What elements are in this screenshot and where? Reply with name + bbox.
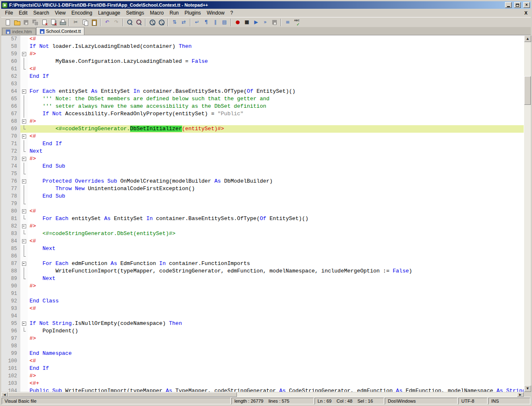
code-line-90[interactable]: 90#> (1, 282, 524, 290)
code-line-73[interactable]: 73#> (1, 155, 524, 163)
code-line-59[interactable]: 59#> (1, 50, 524, 58)
horizontal-scrollbar[interactable]: ◀ ▶ (1, 392, 531, 397)
macro-stop-button[interactable]: ■ (242, 18, 251, 27)
macro-record-button[interactable]: ● (233, 18, 242, 27)
fold-collapse-marker[interactable] (20, 208, 28, 215)
code-line-86[interactable]: 86 (1, 253, 524, 260)
code-line-57[interactable]: 57<# (1, 35, 524, 43)
restore-button[interactable] (514, 2, 521, 8)
doc-map-button[interactable]: ▤ (220, 18, 229, 27)
menu-item-language[interactable]: Language (95, 9, 123, 17)
menu-item-macro[interactable]: Macro (147, 9, 167, 17)
find-button[interactable] (125, 18, 134, 27)
code-line-87[interactable]: 87 For Each edmFunction As EdmFunction I… (1, 260, 524, 267)
show-all-characters-button[interactable]: ¶ (202, 18, 211, 27)
code-line-104[interactable]: 104Public Sub WriteFunctionImport(typeMa… (1, 387, 524, 392)
code-line-92[interactable]: 92End Class (1, 297, 524, 305)
menu-item-help[interactable]: ? (227, 9, 236, 17)
code-line-89[interactable]: 89 Next (1, 275, 524, 282)
code-line-103[interactable]: 103<#+ (1, 380, 524, 387)
fold-collapse-marker[interactable] (20, 155, 28, 163)
horizontal-scroll-thumb[interactable] (8, 392, 237, 397)
fold-collapse-marker[interactable] (20, 118, 28, 125)
sync-vertical-scrolling-button[interactable]: ⇅ (170, 18, 179, 27)
code-line-65[interactable]: 65 ''' Note: the DbSet members are defin… (1, 95, 524, 103)
menu-item-view[interactable]: View (52, 9, 69, 17)
code-line-75[interactable]: 75 (1, 170, 524, 178)
vertical-scroll-thumb[interactable] (524, 76, 531, 105)
code-line-102[interactable]: 102#> (1, 372, 524, 380)
fold-collapse-marker[interactable] (20, 223, 28, 230)
fold-collapse-marker[interactable] (20, 88, 28, 95)
show-indent-guide-button[interactable]: ∥ (211, 18, 220, 27)
code-line-69[interactable]: 69 <#=codeStringGenerator.DbSetInitializ… (1, 125, 524, 133)
code-line-100[interactable]: 100<# (1, 357, 524, 365)
close-button[interactable]: × (523, 2, 530, 8)
function-list-button[interactable]: ≡ (283, 18, 292, 27)
scroll-left-arrow[interactable]: ◀ (1, 392, 8, 397)
sync-horizontal-scrolling-button[interactable]: ⇄ (179, 18, 188, 27)
menu-item-run[interactable]: Run (167, 9, 182, 17)
menu-item-window[interactable]: Window (204, 9, 227, 17)
open-file-button[interactable] (12, 18, 21, 27)
vertical-scrollbar[interactable]: ▲ ▼ (524, 35, 531, 392)
new-file-button[interactable] (3, 18, 12, 27)
code-line-94[interactable]: 94 (1, 312, 524, 320)
menu-item-search[interactable]: Search (30, 9, 52, 17)
spell-check-button[interactable] (292, 18, 301, 27)
code-line-81[interactable]: 81 For Each entitySet As EntitySet In co… (1, 215, 524, 223)
code-line-101[interactable]: 101End If (1, 365, 524, 372)
code-line-79[interactable]: 79 (1, 200, 524, 208)
fold-collapse-marker[interactable] (20, 320, 28, 327)
word-wrap-button[interactable]: ↵ (192, 18, 202, 27)
scroll-down-arrow[interactable]: ▼ (524, 385, 531, 392)
code-line-88[interactable]: 88 WriteFunctionImport(typeMapper, codeS… (1, 267, 524, 275)
tab-school-context-tt[interactable]: School.Context.tt (36, 27, 85, 35)
scroll-up-arrow[interactable]: ▲ (524, 35, 531, 42)
menu-item-settings[interactable]: Settings (123, 9, 147, 17)
menu-close-button[interactable]: X (521, 10, 531, 15)
code-line-70[interactable]: 70<# (1, 133, 524, 140)
code-line-60[interactable]: 60 MyBase.Configuration.LazyLoadingEnabl… (1, 58, 524, 65)
code-line-76[interactable]: 76 Protected Overrides Sub OnModelCreati… (1, 178, 524, 185)
code-line-62[interactable]: 62End If (1, 73, 524, 80)
scroll-right-arrow[interactable]: ▶ (517, 392, 524, 397)
code-line-66[interactable]: 66 ''' setter always have the same acces… (1, 103, 524, 110)
code-line-91[interactable]: 91 (1, 290, 524, 297)
fold-collapse-marker[interactable] (20, 178, 28, 185)
code-line-64[interactable]: 64For Each entitySet As EntitySet In con… (1, 88, 524, 95)
code-line-95[interactable]: 95If Not String.IsNullOrEmpty(codeNamesp… (1, 320, 524, 327)
zoom-in-button[interactable] (148, 18, 157, 27)
code-line-67[interactable]: 67 If Not Accessibility.ForReadOnlyPrope… (1, 110, 524, 118)
code-line-58[interactable]: 58If Not loader.IsLazyLoadingEnabled(con… (1, 43, 524, 50)
fold-collapse-marker[interactable] (20, 50, 28, 58)
code-line-99[interactable]: 99End Namespace (1, 350, 524, 357)
menu-item-plugins[interactable]: Plugins (182, 9, 204, 17)
close-all-button[interactable] (49, 18, 58, 27)
macro-play-button[interactable]: ▶ (251, 18, 261, 27)
copy-button[interactable] (80, 18, 89, 27)
close-file-button[interactable] (39, 18, 49, 27)
minimize-button[interactable] (505, 2, 512, 8)
menu-item-file[interactable]: File (2, 9, 16, 17)
code-line-82[interactable]: 82#> (1, 223, 524, 230)
code-line-96[interactable]: 96 PopIndent() (1, 327, 524, 335)
print-button[interactable] (58, 18, 67, 27)
code-line-72[interactable]: 72Next (1, 148, 524, 155)
redo-button[interactable]: ↷ (112, 18, 121, 27)
code-line-85[interactable]: 85 Next (1, 245, 524, 253)
code-line-68[interactable]: 68#> (1, 118, 524, 125)
menu-item-encoding[interactable]: Encoding (69, 9, 95, 17)
save-file-button[interactable] (21, 18, 30, 27)
cut-button[interactable]: ✂ (71, 18, 80, 27)
code-line-97[interactable]: 97#> (1, 335, 524, 342)
fold-collapse-marker[interactable] (20, 133, 28, 140)
vertical-scroll-track[interactable] (524, 42, 531, 385)
code-view[interactable]: 57<#58If Not loader.IsLazyLoadingEnabled… (1, 35, 524, 392)
horizontal-scroll-track[interactable] (8, 392, 517, 397)
code-line-93[interactable]: 93<# (1, 305, 524, 312)
macro-save-button[interactable] (270, 18, 279, 27)
code-line-80[interactable]: 80<# (1, 208, 524, 215)
code-line-98[interactable]: 98 (1, 342, 524, 350)
fold-collapse-marker[interactable] (20, 238, 28, 245)
